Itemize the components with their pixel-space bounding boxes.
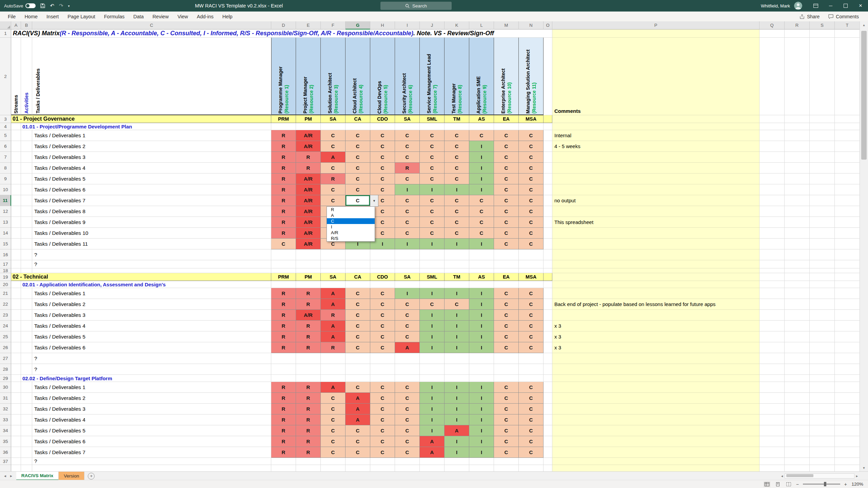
raci-cell[interactable]: I xyxy=(469,393,494,404)
column-header-Q[interactable]: Q xyxy=(760,21,785,29)
empty-cell[interactable] xyxy=(11,174,21,184)
empty-cell[interactable] xyxy=(835,115,860,123)
empty-cell[interactable] xyxy=(785,321,810,331)
empty-cell[interactable] xyxy=(11,425,21,436)
raci-cell[interactable] xyxy=(395,268,420,273)
raci-cell[interactable]: C xyxy=(395,382,420,393)
raci-cell[interactable] xyxy=(420,260,445,268)
role-abbr-cell[interactable]: EA xyxy=(494,115,519,123)
empty-cell[interactable] xyxy=(21,174,32,184)
ribbon-tab-insert[interactable]: Insert xyxy=(42,12,63,21)
raci-cell[interactable]: C xyxy=(519,414,544,425)
empty-cell[interactable] xyxy=(785,458,810,465)
minimize-button[interactable]: ─ xyxy=(823,0,838,12)
subsection-label[interactable]: 02.01 - Application Identification, Asse… xyxy=(21,281,271,288)
empty-cell[interactable] xyxy=(21,184,32,195)
comment-cell[interactable] xyxy=(552,268,760,273)
validation-dropdown-button[interactable]: ▾ xyxy=(370,195,378,207)
raci-cell[interactable]: R xyxy=(321,342,346,353)
empty-cell[interactable] xyxy=(810,465,835,472)
raci-cell[interactable] xyxy=(321,268,346,273)
empty-cell[interactable] xyxy=(346,465,370,472)
raci-cell[interactable]: C xyxy=(519,206,544,217)
empty-cell[interactable] xyxy=(785,281,810,288)
raci-cell[interactable] xyxy=(519,375,544,382)
ribbon-tab-page-layout[interactable]: Page Layout xyxy=(63,12,99,21)
raci-cell[interactable]: C xyxy=(494,404,519,414)
empty-cell[interactable] xyxy=(544,465,552,472)
row-header-37[interactable]: 37 xyxy=(0,458,11,465)
row-header-27[interactable]: 27 xyxy=(0,353,11,364)
empty-cell[interactable] xyxy=(785,288,810,299)
raci-cell[interactable]: C xyxy=(445,195,469,206)
raci-cell[interactable]: C xyxy=(346,130,370,141)
raci-cell[interactable] xyxy=(469,123,494,130)
empty-cell[interactable] xyxy=(785,310,810,321)
row-header-12[interactable]: 12 xyxy=(0,206,11,217)
tab-nav-left-icon[interactable]: ◄ xyxy=(3,474,7,478)
raci-cell[interactable]: C xyxy=(519,184,544,195)
empty-cell[interactable] xyxy=(544,115,552,123)
empty-cell[interactable] xyxy=(835,353,860,364)
empty-cell[interactable] xyxy=(11,260,21,268)
empty-cell[interactable] xyxy=(11,465,21,472)
raci-cell[interactable] xyxy=(370,249,395,260)
zoom-level[interactable]: 120% xyxy=(851,482,863,487)
question-cell[interactable]: ? xyxy=(32,458,271,465)
raci-cell[interactable]: C xyxy=(494,239,519,249)
raci-cell[interactable]: C xyxy=(494,217,519,228)
empty-cell[interactable] xyxy=(760,163,785,174)
task-label-cell[interactable]: Tasks / Deliverables 1 xyxy=(32,288,271,299)
raci-cell[interactable]: C xyxy=(395,217,420,228)
zoom-in-icon[interactable]: + xyxy=(844,482,847,487)
raci-cell[interactable]: C xyxy=(519,141,544,152)
empty-cell[interactable] xyxy=(544,130,552,141)
raci-cell[interactable] xyxy=(395,375,420,382)
empty-cell[interactable] xyxy=(544,342,552,353)
comment-cell[interactable] xyxy=(552,310,760,321)
raci-cell[interactable] xyxy=(346,458,370,465)
empty-cell[interactable] xyxy=(810,364,835,375)
empty-cell[interactable] xyxy=(544,152,552,163)
empty-cell[interactable] xyxy=(544,174,552,184)
role-abbr-cell[interactable]: SML xyxy=(420,273,445,281)
empty-cell[interactable] xyxy=(494,465,519,472)
empty-cell[interactable] xyxy=(760,414,785,425)
empty-cell[interactable] xyxy=(21,195,32,206)
zoom-slider-thumb[interactable] xyxy=(824,482,826,486)
task-label-cell[interactable]: Tasks / Deliverables 7 xyxy=(32,447,271,458)
empty-cell[interactable] xyxy=(835,375,860,382)
raci-cell[interactable]: I xyxy=(469,174,494,184)
empty-cell[interactable] xyxy=(760,364,785,375)
raci-cell[interactable]: R xyxy=(271,288,296,299)
dropdown-option-r-s[interactable]: R/S xyxy=(327,236,375,241)
empty-cell[interactable] xyxy=(420,465,445,472)
empty-cell[interactable] xyxy=(835,268,860,273)
empty-cell[interactable] xyxy=(760,353,785,364)
empty-cell[interactable] xyxy=(21,206,32,217)
comment-cell[interactable] xyxy=(552,382,760,393)
comments-column-cell[interactable] xyxy=(552,29,760,38)
empty-cell[interactable] xyxy=(810,436,835,447)
raci-cell[interactable]: A xyxy=(321,331,346,342)
raci-cell[interactable]: C xyxy=(519,447,544,458)
empty-cell[interactable] xyxy=(21,425,32,436)
raci-cell[interactable] xyxy=(494,281,519,288)
raci-cell[interactable]: C xyxy=(370,393,395,404)
raci-cell[interactable]: C xyxy=(395,174,420,184)
raci-cell[interactable]: C xyxy=(370,342,395,353)
raci-cell[interactable] xyxy=(395,249,420,260)
raci-cell[interactable]: A/R xyxy=(296,184,321,195)
dropdown-option-a[interactable]: A xyxy=(327,212,375,218)
empty-cell[interactable] xyxy=(760,447,785,458)
empty-cell[interactable] xyxy=(760,239,785,249)
raci-cell[interactable] xyxy=(420,458,445,465)
raci-cell[interactable]: I xyxy=(469,163,494,174)
question-cell[interactable]: ? xyxy=(32,353,271,364)
empty-cell[interactable] xyxy=(544,184,552,195)
raci-cell[interactable]: C xyxy=(370,331,395,342)
raci-cell[interactable]: C xyxy=(346,310,370,321)
vertical-scrollbar[interactable]: ▲ ▼ xyxy=(860,21,868,472)
raci-cell[interactable]: I xyxy=(469,342,494,353)
raci-cell[interactable]: R xyxy=(271,382,296,393)
